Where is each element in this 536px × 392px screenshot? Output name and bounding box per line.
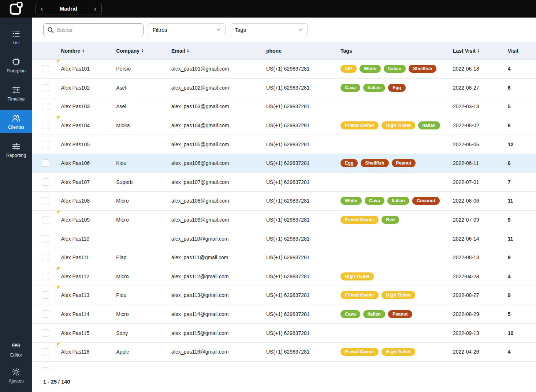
sidebar-item-ajustes[interactable]: Ajustes xyxy=(0,364,32,387)
column-header-email[interactable]: Email ▴▾ xyxy=(168,42,263,59)
sidebar-item-reporting[interactable]: Reporting xyxy=(0,138,32,161)
client-name: Alex Pas114 xyxy=(61,311,89,317)
tags-cell xyxy=(337,173,449,192)
tag-pill: Peanut xyxy=(392,159,416,167)
table-row[interactable]: Alex Pas101Persioalex_pas101@gmail.comUS… xyxy=(32,60,536,79)
email-cell: alex_pas101@gmail.com xyxy=(168,60,263,78)
table-row-partial xyxy=(32,362,536,371)
tag-pill: Coconut xyxy=(412,197,440,205)
row-checkbox[interactable] xyxy=(42,122,49,129)
company-cell: Piou xyxy=(112,286,168,305)
client-name: Alex Pas104 xyxy=(61,122,90,128)
client-name-cell: Alex Pas107 xyxy=(57,173,112,192)
table-row[interactable]: Alex Pas113Pioualex_pas113@gmail.comUS(+… xyxy=(32,286,536,305)
table-row[interactable]: Alex Pas103Aselalex_pas103@gmail.comUS(+… xyxy=(32,97,536,116)
checkbox-cell xyxy=(40,248,57,267)
last-visit-cell: 2022-08-06 xyxy=(449,192,504,210)
visits-cell: 6 xyxy=(504,79,536,97)
row-checkbox[interactable] xyxy=(42,254,49,261)
row-checkbox[interactable] xyxy=(42,216,49,223)
tag-pill: Friend Owner xyxy=(340,291,379,299)
last-visit-cell: 2022-06-11 xyxy=(449,154,504,173)
tags-cell xyxy=(337,248,449,267)
row-checkbox[interactable] xyxy=(42,103,49,110)
header-checkbox-cell xyxy=(40,42,57,59)
tags-cell: High Ticket xyxy=(337,267,449,286)
pagination: 1 - 25 / 140 xyxy=(32,371,536,392)
column-header-last-visit[interactable]: Last Visit ▴▾ xyxy=(449,42,504,59)
tag-pill: White xyxy=(360,65,381,73)
table-row[interactable]: Alex Pas107Superbalex_pas107@gmail.comUS… xyxy=(32,173,536,192)
sidebar-item-list[interactable]: List xyxy=(0,26,32,49)
tags-cell: EggShellfishPeanut xyxy=(337,154,449,173)
tag-pill: Friend Owner xyxy=(340,348,379,356)
row-checkbox[interactable] xyxy=(42,235,49,242)
row-checkbox[interactable] xyxy=(42,65,49,72)
search-icon xyxy=(47,27,54,33)
company-cell: Kiou xyxy=(112,154,168,173)
next-location-icon[interactable]: › xyxy=(94,5,96,12)
location-picker[interactable]: ‹ Madrid › xyxy=(35,3,102,15)
table-row[interactable]: Alex Pas108Microalex_pas108@gmail.comUS(… xyxy=(32,192,536,211)
row-checkbox[interactable] xyxy=(42,273,49,280)
tag-pill: High Ticket xyxy=(381,291,415,299)
client-name-cell: Alex Pas106 xyxy=(57,154,112,173)
tag-pill: Friend Owner xyxy=(340,121,379,129)
row-checkbox[interactable] xyxy=(42,367,49,371)
visits-cell: 9 xyxy=(504,286,536,305)
tag-pill: Shellfish xyxy=(361,159,388,167)
row-checkbox[interactable] xyxy=(42,178,49,186)
visits-cell: 7 xyxy=(504,173,536,192)
column-header-company[interactable]: Company ▴▾ xyxy=(112,42,168,59)
row-checkbox[interactable] xyxy=(42,141,49,148)
row-checkbox[interactable] xyxy=(42,159,49,167)
email-cell: alex_pas107@gmail.com xyxy=(168,173,263,192)
logo-icon xyxy=(9,2,23,16)
sort-icon[interactable]: ▴▾ xyxy=(82,49,84,53)
table-row[interactable]: Alex Pas114Microalex_pas114@gmail.comUS(… xyxy=(32,305,536,324)
phone-cell: US(+1) 629837281 xyxy=(263,211,337,229)
table-row[interactable]: Alex Pas116Applealex_pas116@gmail.comUS(… xyxy=(32,343,536,362)
app: ‹ Madrid › List Floorplan Timeline Clien… xyxy=(0,0,536,392)
client-name-cell: Alex Pas104 xyxy=(57,116,112,135)
table-row[interactable]: Alex Pas104Miokaalex_pas104@gmail.comUS(… xyxy=(32,116,536,135)
table-row[interactable]: Alex Pas105alex_pas105@gmail.comUS(+1) 6… xyxy=(32,135,536,154)
sidebar-item-clientes[interactable]: Clientes xyxy=(0,110,32,133)
table-row[interactable]: Alex Pas111Elapalex_pas111@gmail.comUS(+… xyxy=(32,248,536,267)
last-visit-cell: 2022-04-28 xyxy=(449,267,504,286)
company-cell: Superb xyxy=(112,173,168,192)
row-checkbox[interactable] xyxy=(42,84,49,91)
search-box[interactable] xyxy=(43,23,144,36)
reporting-icon xyxy=(11,142,21,151)
table-row[interactable]: Alex Pas102Aselalex_pas102@gmail.comUS(+… xyxy=(32,79,536,98)
tags-dropdown[interactable]: Tags xyxy=(230,23,308,36)
column-header-nombre[interactable]: Nombre ▴▾ xyxy=(57,42,112,59)
row-checkbox[interactable] xyxy=(42,329,49,337)
client-name-cell: Alex Pas110 xyxy=(57,229,112,248)
sort-icon[interactable]: ▴▾ xyxy=(478,49,479,53)
client-name: Alex Pas111 xyxy=(61,255,89,260)
table-row[interactable]: Alex Pas115Sonyalex_pas115@gmail.comUS(+… xyxy=(32,324,536,343)
checkbox-cell xyxy=(40,154,57,173)
row-checkbox[interactable] xyxy=(42,291,49,299)
sidebar-item-floorplan[interactable]: Floorplan xyxy=(0,54,32,77)
prev-location-icon[interactable]: ‹ xyxy=(41,5,43,12)
table-row[interactable]: Alex Pas110alex_pas110@gmail.comUS(+1) 6… xyxy=(32,229,536,248)
checkbox-cell xyxy=(40,192,57,210)
sidebar-item-editor[interactable]: Editor xyxy=(0,338,32,361)
sidebar-item-timeline[interactable]: Timeline xyxy=(0,82,32,105)
filters-dropdown[interactable]: Filtros xyxy=(148,23,226,36)
phone-cell: US(+1) 629837281 xyxy=(263,97,337,116)
row-checkbox[interactable] xyxy=(42,310,49,318)
column-header-tags: Tags xyxy=(337,42,449,59)
sort-icon[interactable]: ▴▾ xyxy=(187,49,189,53)
client-name-cell: Alex Pas103 xyxy=(57,97,112,116)
row-checkbox[interactable] xyxy=(42,348,49,355)
table-row[interactable]: Alex Pas112Microalex_pas112@gmail.comUS(… xyxy=(32,267,536,286)
search-input[interactable] xyxy=(57,27,139,33)
client-name: Alex Pas106 xyxy=(61,160,90,166)
row-checkbox[interactable] xyxy=(42,197,49,204)
sort-icon[interactable]: ▴▾ xyxy=(142,49,143,53)
table-row[interactable]: Alex Pas109Microalex_pas109@gmail.comUS(… xyxy=(32,211,536,230)
table-row[interactable]: Alex Pas106Kioualex_pas106@gmail.comUS(+… xyxy=(32,154,536,173)
